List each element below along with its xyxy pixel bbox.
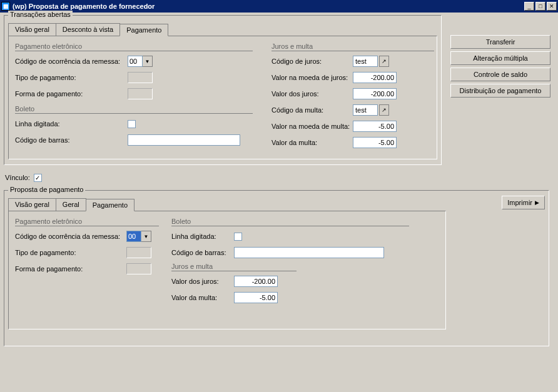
proposal-tabstrip: Visão geral Geral Pagamento [8,198,134,211]
section-interest-fine: Juros e multa [271,43,434,51]
print-button[interactable]: Imprimir ▶ [502,196,545,209]
payment-form-field [128,88,153,99]
fine-code-input[interactable] [353,104,378,116]
label-fine-currency-value: Valor na moeda de multa: [271,123,353,130]
remittance-code-input[interactable] [128,56,143,67]
label-payment-type: Tipo de pagamento: [15,74,128,81]
label-fine-value: Valor da multa: [271,139,353,146]
open-transactions-title: Transações abertas [8,11,73,18]
interest-value-input[interactable] [353,88,397,99]
minimize-button[interactable]: _ [524,2,534,11]
titlebar: ▦ (wp) Proposta de pagamento de forneced… [0,0,558,13]
label-typed-line: Linha digitada: [15,120,128,128]
label-proposal-barcode: Código de barras: [171,249,234,256]
tab-proposal-overview[interactable]: Visão geral [8,198,56,211]
payment-distribution-button[interactable]: Distribuição de pagamento [450,84,550,98]
section-boleto: Boleto [15,105,253,114]
fine-currency-value-input[interactable] [353,121,397,132]
payment-proposal-group: Proposta de pagamento Visão geral Geral … [4,190,549,346]
fine-value-input[interactable] [353,137,397,148]
print-button-label: Imprimir [507,199,532,206]
dropdown-icon[interactable]: ▼ [141,231,151,242]
window-title: (wp) Proposta de pagamento de fornecedor [13,3,524,10]
remittance-code-combo[interactable]: ▼ [128,56,153,67]
section-proposal-interest-fine: Juros e multa [171,263,297,271]
open-tx-tabstrip: Visão geral Desconto à vista Pagamento [8,23,437,36]
interest-currency-value-input[interactable] [353,72,397,83]
label-interest-currency-value: Valor na moeda de juros: [271,74,353,81]
proposal-payment-type-field [126,247,151,258]
label-remittance-code: Código de ocorrência da remessa: [15,58,128,65]
label-proposal-payment-type: Tipo de pagamento: [15,249,126,256]
interest-code-input[interactable] [353,56,378,67]
proposal-fine-value-input[interactable] [234,292,278,303]
label-proposal-typed-line: Linha digitada: [171,233,234,240]
proposal-interest-value-input[interactable] [234,276,278,287]
app-icon: ▦ [1,2,10,11]
tab-overview[interactable]: Visão geral [8,23,56,36]
balance-control-button[interactable]: Controle de saldo [450,68,550,81]
payment-type-field [128,72,153,83]
tab-payment[interactable]: Pagamento [119,24,168,36]
label-payment-form: Forma de pagamento: [15,90,128,98]
label-proposal-fine-value: Valor da multa: [171,294,234,301]
label-proposal-interest-value: Valor dos juros: [171,278,234,285]
proposal-remittance-code-combo[interactable]: ▼ [126,231,151,242]
label-interest-value: Valor dos juros: [271,90,353,98]
tab-proposal-general[interactable]: Geral [56,198,86,211]
interest-code-lookup-icon[interactable]: ↗ [379,56,389,67]
proposal-typed-line-checkbox[interactable] [234,233,242,241]
menu-arrow-icon: ▶ [535,199,539,206]
section-proposal-e-payment: Pagamento eletrônico [15,218,159,226]
close-button[interactable]: ✕ [547,2,557,11]
payment-proposal-title: Proposta de pagamento [8,186,85,193]
label-interest-code: Código de juros: [271,58,353,65]
proposal-remittance-code-input[interactable] [126,231,141,242]
window-body: Transferir Alteração múltipla Controle d… [0,13,558,355]
multi-change-button[interactable]: Alteração múltipla [450,51,550,65]
label-barcode: Código de barras: [15,136,128,144]
sidebar-buttons: Transferir Alteração múltipla Controle d… [450,35,550,98]
label-proposal-remittance-code: Código de ocorrência da remessa: [15,233,126,240]
label-link: Vínculo: [5,174,30,181]
open-tx-payment-panel: Pagamento eletrônico Código de ocorrênci… [8,36,437,159]
label-proposal-payment-form: Forma de pagamento: [15,265,126,273]
tab-proposal-payment[interactable]: Pagamento [86,199,134,211]
proposal-payment-panel: Pagamento eletrônico Código de ocorrênci… [8,211,446,329]
open-transactions-group: Transações abertas Visão geral Desconto … [4,15,442,165]
barcode-input[interactable] [128,134,240,146]
typed-line-checkbox[interactable] [128,120,136,128]
transfer-button[interactable]: Transferir [450,35,550,49]
section-e-payment: Pagamento eletrônico [15,43,253,51]
tab-cash-discount[interactable]: Desconto à vista [56,23,120,36]
section-proposal-boleto: Boleto [171,218,409,226]
fine-code-lookup-icon[interactable]: ↗ [379,104,389,116]
link-checkbox[interactable]: ✓ [34,174,42,182]
dropdown-icon[interactable]: ▼ [143,56,153,67]
proposal-payment-form-field [126,263,151,274]
label-fine-code: Código da multa: [271,106,353,114]
maximize-button[interactable]: □ [535,2,545,11]
proposal-barcode-input[interactable] [234,247,384,258]
